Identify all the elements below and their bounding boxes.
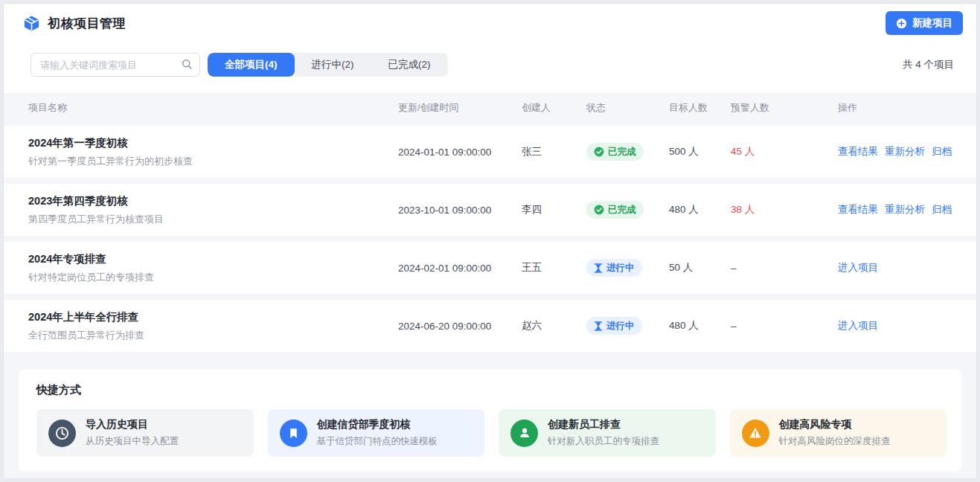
page-header: 初核项目管理 新建项目 (4, 4, 976, 42)
project-total-count: 共 4 个项目 (903, 58, 957, 71)
shortcut-subtitle: 针对新入职员工的专项排查 (548, 435, 659, 448)
check-circle-icon (594, 147, 604, 157)
column-header-creator: 创建人 (522, 101, 586, 115)
project-warning-count: – (731, 263, 838, 274)
project-creator: 张三 (522, 145, 586, 158)
project-subtitle: 全行范围员工异常行为排查 (28, 329, 383, 342)
search-box (31, 53, 200, 77)
project-target-count: 500 人 (669, 145, 731, 158)
column-header-warning: 预警人数 (731, 101, 838, 115)
view-results-link[interactable]: 查看结果 (838, 145, 878, 158)
status-badge-label: 已完成 (608, 146, 636, 158)
table-header-row: 项目名称 更新/创建时间 创建人 状态 目标人数 预警人数 操作 (4, 93, 976, 123)
reanalyze-link[interactable]: 重新分析 (885, 145, 925, 158)
project-creator: 王五 (522, 261, 586, 274)
plus-circle-icon (896, 18, 907, 29)
project-subtitle: 针对特定岗位员工的专项排查 (28, 271, 383, 284)
shortcut-title: 创建信贷部季度初核 (317, 418, 438, 431)
project-time: 2024-02-01 09:00:00 (398, 263, 522, 274)
status-badge: 已完成 (586, 143, 644, 161)
project-subtitle: 第四季度员工异常行为核查项目 (28, 213, 383, 226)
project-creator: 赵六 (522, 319, 586, 332)
content-region: 项目名称 更新/创建时间 创建人 状态 目标人数 预警人数 操作 2024年第一… (4, 93, 976, 478)
project-title: 2024年专项排查 (28, 252, 383, 266)
clock-icon (48, 420, 76, 447)
search-icon (182, 59, 193, 70)
shortcut-subtitle: 基于信贷部门特点的快速模板 (317, 435, 438, 448)
project-time: 2023-10-01 09:00:00 (398, 205, 522, 216)
status-badge: 进行中 (586, 317, 642, 335)
shortcut-subtitle: 从历史项目中导入配置 (86, 435, 179, 448)
search-input[interactable] (31, 53, 200, 77)
view-results-link[interactable]: 查看结果 (838, 203, 878, 216)
project-title: 2023年第四季度初核 (28, 194, 383, 208)
hourglass-icon (594, 263, 603, 273)
shortcut-credit-dept-review[interactable]: 创建信贷部季度初核 基于信贷部门特点的快速模板 (268, 409, 485, 457)
column-header-target: 目标人数 (669, 101, 731, 115)
shortcuts-title: 快捷方式 (36, 383, 947, 397)
project-list: 2024年第一季度初核 针对第一季度员工异常行为的初步核查 2024-01-01… (4, 123, 976, 352)
project-time: 2024-01-01 09:00:00 (398, 147, 522, 158)
shortcut-title: 创建高风险专项 (779, 418, 891, 431)
shortcuts-section: 快捷方式 导入历史项目 从历史项目中导入配置 (19, 370, 961, 472)
cube-logo-icon (23, 15, 40, 32)
project-target-count: 480 人 (669, 203, 731, 216)
enter-project-link[interactable]: 进入项目 (838, 261, 878, 274)
shortcut-import-history[interactable]: 导入历史项目 从历史项目中导入配置 (36, 409, 254, 457)
project-time: 2024-06-20 09:00:00 (398, 321, 522, 332)
tab-all-projects[interactable]: 全部项目(4) (208, 53, 295, 77)
status-badge-label: 已完成 (608, 204, 636, 216)
project-target-count: 480 人 (669, 319, 731, 332)
project-warning-count: 45 人 (731, 145, 838, 158)
toolbar: 全部项目(4) 进行中(2) 已完成(2) 共 4 个项目 (4, 42, 976, 77)
new-project-button[interactable]: 新建项目 (885, 11, 963, 35)
filter-tabs: 全部项目(4) 进行中(2) 已完成(2) (208, 53, 448, 77)
bookmark-icon (280, 420, 307, 447)
tab-in-progress[interactable]: 进行中(2) (295, 53, 371, 77)
page-title: 初核项目管理 (48, 15, 126, 32)
hourglass-icon (594, 321, 603, 331)
enter-project-link[interactable]: 进入项目 (838, 319, 878, 332)
column-header-name: 项目名称 (28, 101, 398, 115)
main-panel: 初核项目管理 新建项目 全部项目(4) 进行中(2) 已完成(2) 共 4 个项… (3, 3, 977, 479)
status-badge: 已完成 (586, 201, 644, 219)
shortcut-subtitle: 针对高风险岗位的深度排查 (779, 435, 891, 448)
user-icon (510, 420, 538, 447)
column-header-time: 更新/创建时间 (398, 101, 522, 115)
project-warning-count: 38 人 (731, 203, 838, 216)
column-header-actions: 操作 (838, 101, 958, 115)
shortcut-title: 导入历史项目 (86, 418, 179, 431)
table-row: 2024年第一季度初核 针对第一季度员工异常行为的初步核查 2024-01-01… (4, 126, 976, 178)
archive-link[interactable]: 归档 (932, 203, 952, 216)
new-project-button-label: 新建项目 (912, 16, 952, 30)
table-row: 2024年上半年全行排查 全行范围员工异常行为排查 2024-06-20 09:… (4, 300, 976, 352)
reanalyze-link[interactable]: 重新分析 (885, 203, 925, 216)
table-row: 2023年第四季度初核 第四季度员工异常行为核查项目 2023-10-01 09… (4, 184, 976, 236)
project-subtitle: 针对第一季度员工异常行为的初步核查 (28, 155, 383, 168)
project-warning-count: – (731, 321, 838, 332)
project-creator: 李四 (522, 203, 586, 216)
check-circle-icon (594, 205, 604, 215)
project-title: 2024年第一季度初核 (28, 136, 383, 150)
status-badge-label: 进行中 (606, 320, 635, 332)
status-badge-label: 进行中 (606, 262, 635, 274)
shortcut-new-employee-check[interactable]: 创建新员工排查 针对新入职员工的专项排查 (499, 409, 716, 457)
table-row: 2024年专项排查 针对特定岗位员工的专项排查 2024-02-01 09:00… (4, 242, 976, 294)
status-badge: 进行中 (586, 259, 642, 277)
shortcut-high-risk-special[interactable]: 创建高风险专项 针对高风险岗位的深度排查 (730, 409, 947, 457)
column-header-status: 状态 (586, 101, 669, 115)
archive-link[interactable]: 归档 (932, 145, 952, 158)
project-title: 2024年上半年全行排查 (28, 310, 383, 324)
tab-completed[interactable]: 已完成(2) (371, 53, 448, 77)
shortcut-title: 创建新员工排查 (548, 418, 659, 431)
warning-icon (742, 420, 769, 447)
project-target-count: 50 人 (669, 261, 731, 274)
